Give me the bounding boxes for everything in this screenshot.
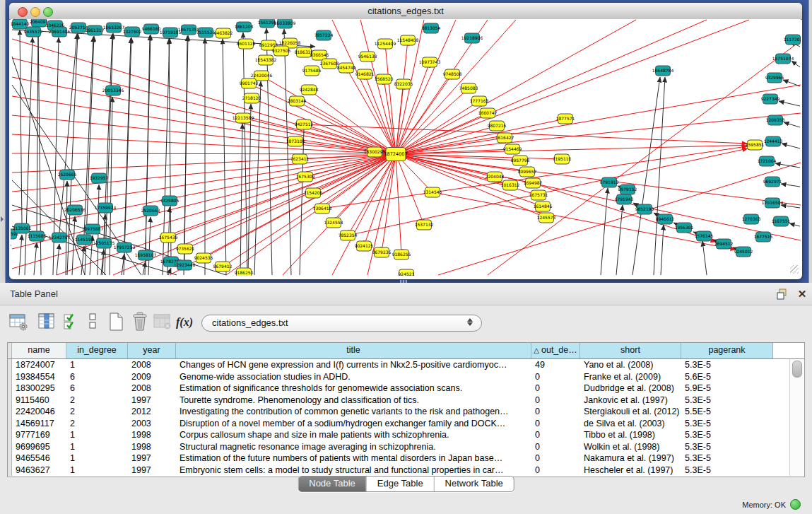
select-columns-button[interactable] — [62, 311, 81, 334]
cell-out_degree[interactable]: 0 — [531, 371, 580, 383]
graph-edge[interactable] — [12, 134, 396, 154]
cell-out_degree[interactable]: 0 — [531, 429, 580, 441]
cell-title[interactable]: Tourette syndrome. Phenomenology and cla… — [176, 395, 531, 407]
graph-edge[interactable] — [601, 188, 608, 275]
graph-edge[interactable] — [661, 225, 664, 275]
canvas-resize-grip[interactable] — [790, 265, 799, 274]
cell-name[interactable]: 9463627 — [12, 465, 66, 477]
cell-year[interactable]: 2003 — [128, 418, 176, 430]
table-row[interactable]: 946554611997Estimation of the future num… — [8, 452, 804, 465]
table-selector-dropdown[interactable]: citations_edges.txt — [201, 315, 482, 332]
cell-name[interactable]: 9465546 — [12, 452, 66, 465]
graph-edge[interactable] — [779, 101, 800, 106]
graph-edge[interactable] — [789, 223, 800, 226]
cell-title[interactable]: Investigating the contribution of common… — [176, 406, 531, 418]
graph-edge[interactable] — [396, 101, 479, 154]
graph-edge[interactable] — [12, 96, 396, 154]
graph-edge[interactable] — [223, 39, 226, 275]
cell-out_degree[interactable]: 0 — [531, 441, 580, 453]
cell-out_degree[interactable]: 0 — [531, 382, 580, 395]
graph-edge[interactable] — [396, 119, 565, 154]
graph-edge[interactable] — [784, 122, 800, 127]
column-header-short[interactable]: short — [580, 343, 681, 358]
cell-year[interactable]: 1998 — [128, 441, 176, 453]
graph-edge[interactable] — [184, 36, 187, 260]
graph-edge[interactable] — [488, 42, 799, 275]
table-row[interactable]: 946362711997Embryonic stem cells: a mode… — [8, 465, 804, 477]
delete-table-button[interactable] — [153, 311, 174, 334]
cell-out_degree[interactable]: 0 — [531, 418, 580, 430]
column-header-title[interactable]: title — [176, 343, 531, 358]
network-canvas[interactable]: 1844140206409110462269435572206914062093… — [11, 19, 801, 276]
graph-edge[interactable] — [12, 58, 396, 154]
float-panel-button[interactable] — [776, 288, 789, 300]
graph-edge[interactable] — [20, 30, 22, 223]
column-header-year[interactable]: year — [128, 343, 176, 358]
table-row[interactable]: 969969511998Structural magnetic resonanc… — [8, 441, 804, 453]
graph-edge[interactable] — [37, 28, 38, 231]
memory-status-indicator[interactable] — [790, 499, 801, 510]
window-titlebar[interactable]: citations_edges.txt — [9, 3, 802, 20]
graph-edge[interactable] — [34, 243, 37, 275]
close-panel-button[interactable]: ✕ — [796, 288, 808, 300]
tab-network-table[interactable]: Network Table — [434, 477, 514, 491]
show-columns-button[interactable] — [37, 311, 58, 334]
graph-edge[interactable] — [702, 241, 707, 275]
scrollbar-thumb[interactable] — [792, 361, 802, 378]
cell-year[interactable]: 1997 — [128, 395, 176, 407]
cell-year[interactable]: 2008 — [128, 359, 176, 371]
delete-column-button[interactable] — [130, 311, 151, 334]
graph-edge[interactable] — [654, 77, 665, 275]
cell-year[interactable]: 1998 — [128, 429, 176, 441]
cell-title[interactable]: Estimation of the future numbers of pati… — [176, 452, 531, 465]
graph-edge[interactable] — [185, 154, 396, 249]
right-panel-edge[interactable] — [808, 0, 812, 283]
cell-in_degree[interactable]: 1 — [66, 429, 128, 441]
graph-edge[interactable] — [781, 184, 800, 187]
cell-title[interactable]: Corpus callosum shape and size in male p… — [176, 429, 531, 441]
cell-year[interactable]: 2012 — [128, 406, 176, 418]
cell-title[interactable]: Disruption of a novel member of a sodium… — [176, 418, 531, 430]
cell-name[interactable]: 9777169 — [12, 429, 66, 441]
table-settings-button[interactable] — [8, 311, 30, 334]
cell-in_degree[interactable]: 1 — [66, 359, 128, 371]
cell-year[interactable]: 2008 — [128, 382, 176, 395]
graph-edge[interactable] — [146, 35, 150, 250]
tab-node-table[interactable]: Node Table — [298, 477, 366, 491]
cell-title[interactable]: Genome-wide association studies in ADHD. — [176, 371, 531, 383]
graph-edge[interactable] — [84, 37, 93, 235]
graph-edge[interactable] — [396, 20, 636, 154]
cell-pagerank[interactable]: 5.6E-5 — [681, 371, 773, 383]
cell-name[interactable]: 22420046 — [12, 406, 66, 418]
table-row[interactable]: 2242004622012Investigating the contribut… — [8, 406, 804, 418]
cell-name[interactable]: 18724007 — [12, 359, 66, 371]
graph-edge[interactable] — [12, 39, 396, 154]
tab-edge-table[interactable]: Edge Table — [366, 477, 434, 491]
table-scrollbar[interactable] — [789, 359, 804, 476]
graph-edge[interactable] — [782, 144, 800, 148]
graph-edge[interactable] — [396, 20, 707, 154]
graph-edge[interactable] — [792, 61, 800, 67]
graph-edge[interactable] — [254, 81, 261, 275]
graph-edge[interactable] — [783, 80, 800, 86]
graph-edge[interactable] — [382, 154, 396, 252]
cell-short[interactable]: Tibbo et al. (1998) — [580, 429, 681, 441]
cell-in_degree[interactable]: 6 — [66, 382, 128, 395]
cell-pagerank[interactable]: 5.3E-5 — [681, 359, 773, 371]
cell-name[interactable]: 9115460 — [12, 395, 66, 407]
cell-pagerank[interactable]: 5.3E-5 — [681, 465, 773, 477]
cell-short[interactable]: Hescheler et al. (1997) — [580, 465, 681, 477]
cell-year[interactable]: 1997 — [128, 465, 176, 477]
table-row[interactable]: 1830029562008Estimation of significance … — [8, 382, 804, 395]
graph-edge[interactable] — [19, 235, 22, 275]
graph-edge[interactable] — [365, 74, 396, 154]
graph-edge[interactable] — [168, 268, 171, 275]
graph-edge[interactable] — [284, 29, 291, 275]
graph-edge[interactable] — [66, 181, 67, 275]
column-header-pagerank[interactable]: pagerank — [681, 343, 773, 358]
table-row[interactable]: 977716911998Corpus callosum shape and si… — [8, 429, 804, 441]
graph-edge[interactable] — [252, 98, 396, 154]
graph-edge[interactable] — [433, 192, 736, 250]
graph-edge[interactable] — [59, 34, 77, 233]
graph-edge[interactable] — [148, 217, 151, 275]
